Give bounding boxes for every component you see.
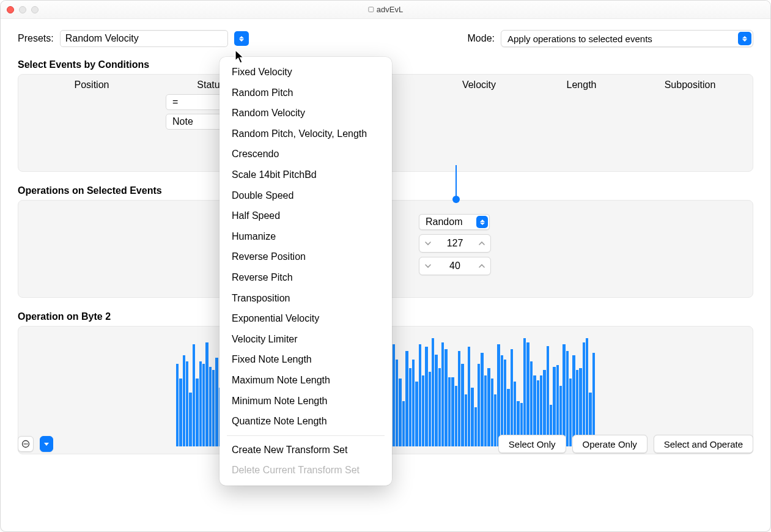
velocity-slider[interactable]: [419, 165, 491, 203]
chart-bar: [563, 344, 565, 446]
titlebar: advEvL: [1, 1, 770, 19]
velocity-max-value: 127: [447, 238, 463, 249]
chart-bar: [405, 351, 408, 446]
chart-bar: [586, 338, 588, 446]
select-only-label: Select Only: [509, 439, 556, 449]
chart-bar: [432, 338, 434, 446]
preset-menu-item[interactable]: Minimum Note Length: [219, 391, 392, 412]
mode-value: Apply operations to selected events: [507, 34, 652, 44]
chart-bar: [458, 351, 460, 446]
chevron-up-icon[interactable]: [476, 237, 488, 249]
velocity-min-stepper[interactable]: 40: [419, 257, 491, 275]
chart-bar: [481, 353, 483, 446]
chart-bar: [435, 355, 437, 446]
ellipsis-icon: [21, 440, 30, 448]
cursor-icon: [235, 50, 245, 65]
header-position: Position: [24, 79, 159, 91]
chart-bar: [566, 351, 569, 446]
preset-menu-item[interactable]: Crescendo: [219, 144, 392, 164]
chevron-up-icon[interactable]: [476, 260, 488, 272]
preset-menu-item[interactable]: Double Speed: [219, 185, 392, 206]
header-length: Length: [529, 79, 633, 91]
chart-bar: [572, 355, 575, 446]
chart-bar: [583, 342, 585, 446]
preset-menu-item[interactable]: Random Velocity: [219, 103, 392, 124]
chart-bar: [526, 342, 529, 446]
chart-bar: [176, 364, 179, 446]
velocity-operation-value: Random: [426, 216, 462, 227]
chart-bar: [461, 364, 463, 446]
velocity-max-stepper[interactable]: 127: [419, 234, 491, 253]
chevron-down-icon: [44, 443, 49, 446]
create-transform-set-item[interactable]: Create New Transform Set: [219, 440, 392, 460]
app-window: advEvL Presets: Random Velocity Mode: Ap…: [0, 0, 771, 532]
close-window-button[interactable]: [7, 6, 14, 13]
status-operator-value: =: [172, 97, 178, 108]
chevron-down-icon[interactable]: [422, 237, 434, 249]
chevron-down-icon[interactable]: [422, 260, 434, 272]
chart-bar: [186, 361, 188, 446]
chart-bar: [468, 347, 470, 446]
preset-menu-item[interactable]: Reverse Pitch: [219, 267, 392, 288]
operate-only-label: Operate Only: [583, 439, 637, 449]
preset-menu-item[interactable]: Exponential Velocity: [219, 308, 392, 329]
mode-popup[interactable]: Apply operations to selected events: [501, 30, 753, 47]
header-row: Presets: Random Velocity Mode: Apply ope…: [18, 30, 753, 47]
preset-menu-item[interactable]: Quantize Note Length: [219, 411, 392, 432]
chart-bar: [504, 360, 506, 446]
chart-bar: [445, 349, 447, 446]
preset-menu-item[interactable]: Random Pitch, Velocity, Length: [219, 124, 392, 144]
status-type-value: Note: [172, 116, 193, 127]
velocity-min-value: 40: [449, 260, 460, 272]
chart-bar: [199, 361, 202, 446]
chart-bar: [396, 360, 398, 446]
presets-label: Presets:: [18, 33, 54, 44]
header-velocity: Velocity: [429, 79, 529, 91]
chart-bar: [478, 364, 480, 446]
preset-menu-button[interactable]: [234, 31, 249, 46]
menu-separator: [227, 435, 385, 436]
mode-label: Mode:: [468, 33, 495, 44]
preset-menu-item[interactable]: Transposition: [219, 288, 392, 309]
preset-menu-item[interactable]: Random Pitch: [219, 83, 392, 103]
chart-bar: [412, 360, 415, 446]
preset-name-value: Random Velocity: [65, 33, 139, 44]
chart-bar: [183, 355, 185, 446]
preset-name-field[interactable]: Random Velocity: [60, 30, 228, 47]
operate-only-button[interactable]: Operate Only: [572, 435, 647, 453]
more-options-menu-button[interactable]: [40, 436, 53, 452]
preset-menu-item[interactable]: Half Speed: [219, 205, 392, 226]
chart-bar: [523, 338, 526, 446]
header-subposition: Subposition: [633, 79, 747, 91]
select-only-button[interactable]: Select Only: [498, 435, 566, 453]
chart-bar: [202, 364, 205, 446]
chart-bar: [393, 344, 395, 446]
chart-bar: [419, 344, 421, 446]
chart-bar: [193, 344, 195, 446]
preset-menu-item[interactable]: Fixed Note Length: [219, 349, 392, 370]
preset-dropdown-menu: Fixed VelocityRandom PitchRandom Velocit…: [219, 57, 392, 486]
chart-bar: [592, 353, 595, 446]
preset-menu-item[interactable]: Fixed Velocity: [219, 62, 392, 83]
more-options-button[interactable]: [18, 436, 34, 452]
window-title: advEvL: [368, 5, 403, 14]
velocity-operation-popup[interactable]: Random: [419, 214, 490, 230]
chart-bar: [205, 342, 208, 446]
chart-bar: [497, 344, 500, 446]
content-area: Presets: Random Velocity Mode: Apply ope…: [1, 19, 770, 465]
preset-menu-item[interactable]: Humanize: [219, 226, 392, 247]
minimize-window-button[interactable]: [19, 6, 26, 13]
delete-transform-set-item: Delete Current Transform Set: [219, 460, 392, 481]
zoom-window-button[interactable]: [31, 6, 39, 13]
svg-point-1: [24, 443, 25, 445]
chart-bar: [425, 347, 427, 446]
svg-point-3: [27, 443, 28, 445]
preset-menu-item[interactable]: Maximum Note Length: [219, 370, 392, 391]
preset-menu-item[interactable]: Reverse Position: [219, 246, 392, 267]
document-icon: [368, 7, 374, 12]
preset-menu-item[interactable]: Velocity Limiter: [219, 329, 392, 350]
preset-menu-item[interactable]: Scale 14bit PitchBd: [219, 164, 392, 185]
window-controls: [7, 6, 39, 13]
chart-bar: [530, 361, 533, 446]
select-and-operate-button[interactable]: Select and Operate: [654, 435, 753, 453]
